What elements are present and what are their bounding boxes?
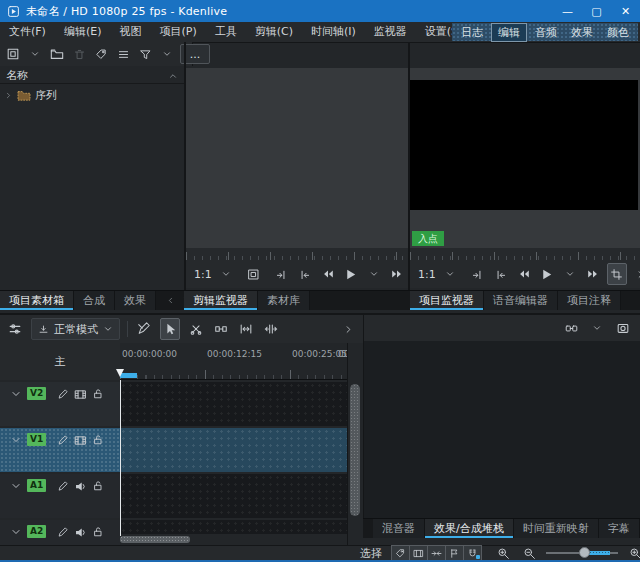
proj-play-button[interactable] <box>538 264 556 284</box>
tab-compositions[interactable]: 合成 <box>74 291 115 310</box>
lock-track-button[interactable] <box>92 387 104 401</box>
project-monitor-overflow[interactable] <box>632 264 640 284</box>
proj-forward-button[interactable] <box>584 264 602 284</box>
lock-track-button[interactable] <box>92 525 104 539</box>
show-audio-thumbnails-toggle[interactable] <box>427 545 445 561</box>
tab-time-remap[interactable]: 时间重新映射 <box>514 519 599 538</box>
razor-tool-button[interactable] <box>187 319 205 339</box>
playhead-line[interactable] <box>120 380 121 536</box>
layout-tab-logging[interactable]: 日志 <box>455 24 489 41</box>
clip-rewind-button[interactable] <box>319 264 337 284</box>
tab-project-notes[interactable]: 项目注释 <box>558 291 621 310</box>
snap-toggle[interactable] <box>463 545 482 561</box>
track-effects-button[interactable] <box>57 525 69 539</box>
bin-item-sequence[interactable]: 序列 <box>0 86 184 104</box>
track-badge[interactable]: V1 <box>27 433 46 446</box>
menu-edit[interactable]: 编辑(E) <box>55 22 111 42</box>
bin-name-column-header[interactable]: 名称 <box>0 68 184 84</box>
tab-project-monitor[interactable]: 项目监视器 <box>410 291 484 310</box>
clip-play-button[interactable] <box>342 264 360 284</box>
master-track-button[interactable]: 主 <box>0 343 120 380</box>
tab-project-bin[interactable]: 项目素材箱 <box>0 291 74 310</box>
proj-play-dropdown[interactable] <box>561 264 579 284</box>
track-header-v2[interactable]: V2 <box>0 382 120 426</box>
track-header-a1[interactable]: A1 <box>0 474 120 518</box>
menu-timeline[interactable]: 时间轴(I) <box>302 22 365 42</box>
proj-zoom-dropdown[interactable] <box>441 264 459 284</box>
filter-dropdown[interactable] <box>158 44 176 64</box>
spacer-tool-button[interactable] <box>212 319 230 339</box>
layout-tab-editing[interactable]: 编辑 <box>491 23 527 42</box>
show-video-thumbnails-toggle[interactable] <box>409 545 427 561</box>
track-badge[interactable]: A2 <box>27 525 46 538</box>
timeline-zoom-slider[interactable] <box>546 552 618 554</box>
track-lane-a2[interactable] <box>120 520 347 534</box>
clip-monitor-ruler[interactable] <box>186 248 408 260</box>
mix-clips-button[interactable] <box>135 319 153 339</box>
show-tags-toggle[interactable] <box>391 545 409 561</box>
tab-library[interactable]: 素材库 <box>258 291 310 310</box>
hide-track-button[interactable] <box>74 387 87 401</box>
create-folder-button[interactable] <box>48 44 66 64</box>
add-clip-button[interactable] <box>4 44 22 64</box>
track-badge[interactable]: A1 <box>27 479 46 492</box>
timeline-ruler[interactable]: 00:00:00:00 00:00:12:15 00:00:25:05 00: <box>120 343 347 380</box>
maximize-button[interactable]: ▢ <box>582 0 611 22</box>
timeline-vertical-scrollbar-thumb[interactable] <box>350 384 360 516</box>
layout-tab-color[interactable]: 颜色 <box>601 24 635 41</box>
menu-file[interactable]: 文件(F) <box>0 22 55 42</box>
collapse-track-button[interactable] <box>10 387 22 401</box>
add-clip-dropdown[interactable] <box>26 44 44 64</box>
tab-subtitles[interactable]: 字幕 <box>599 519 640 538</box>
timeline-settings-button[interactable] <box>6 319 24 339</box>
clip-play-dropdown[interactable] <box>365 264 383 284</box>
proj-set-in-button[interactable] <box>469 264 487 284</box>
proj-zone-crop-button[interactable] <box>607 263 627 285</box>
effect-stack-dropdown[interactable] <box>588 318 606 338</box>
track-lane-v2[interactable] <box>120 382 347 426</box>
tab-effect-stack[interactable]: 效果/合成堆栈 <box>425 519 514 538</box>
clip-set-in-button[interactable] <box>273 264 291 284</box>
slip-tool-button[interactable] <box>262 319 280 339</box>
fit-zoom-button[interactable] <box>237 319 255 339</box>
menu-project[interactable]: 项目(P) <box>150 22 205 42</box>
minimize-button[interactable]: — <box>553 0 582 22</box>
clip-forward-button[interactable] <box>388 264 406 284</box>
lock-track-button[interactable] <box>92 479 104 493</box>
track-lane-a1[interactable] <box>120 474 347 518</box>
mute-track-button[interactable] <box>74 525 87 539</box>
collapse-track-button[interactable] <box>10 525 22 539</box>
track-header-v1[interactable]: V1 <box>0 428 120 472</box>
selection-tool-button[interactable] <box>160 318 180 340</box>
compare-effect-button[interactable] <box>562 318 580 338</box>
track-effects-button[interactable] <box>57 387 69 401</box>
proj-set-out-button[interactable] <box>492 264 510 284</box>
filter-button[interactable] <box>136 44 154 64</box>
lock-track-button[interactable] <box>92 433 104 447</box>
edit-mode-dropdown[interactable]: 正常模式 <box>31 318 120 340</box>
project-monitor-ruler[interactable] <box>410 248 640 260</box>
menu-view[interactable]: 视图 <box>110 22 150 42</box>
proj-rewind-button[interactable] <box>515 264 533 284</box>
track-badge[interactable]: V2 <box>27 387 46 400</box>
layout-tab-audio[interactable]: 音频 <box>529 24 563 41</box>
collapse-track-button[interactable] <box>10 433 22 447</box>
tab-clip-monitor[interactable]: 剪辑监视器 <box>184 291 258 310</box>
zoom-slider-handle[interactable] <box>579 547 590 558</box>
view-mode-button[interactable] <box>114 44 132 64</box>
clip-set-out-button[interactable] <box>296 264 314 284</box>
clip-zoom-dropdown[interactable] <box>217 264 235 284</box>
tab-speech-editor[interactable]: 语音编辑器 <box>484 291 558 310</box>
collapse-track-button[interactable] <box>10 479 22 493</box>
save-effect-stack-button[interactable] <box>614 318 632 338</box>
layout-tab-effects[interactable]: 效果 <box>565 24 599 41</box>
track-header-a2[interactable]: A2 <box>0 520 120 545</box>
show-markers-toggle[interactable] <box>445 545 463 561</box>
close-button[interactable]: ✕ <box>611 0 640 22</box>
track-effects-button[interactable] <box>57 433 69 447</box>
menu-clip[interactable]: 剪辑(C) <box>246 22 302 42</box>
hide-track-button[interactable] <box>74 433 87 447</box>
menu-tools[interactable]: 工具 <box>206 22 246 42</box>
tab-mixer[interactable]: 混音器 <box>373 519 425 538</box>
clip-zone-button[interactable] <box>245 264 263 284</box>
